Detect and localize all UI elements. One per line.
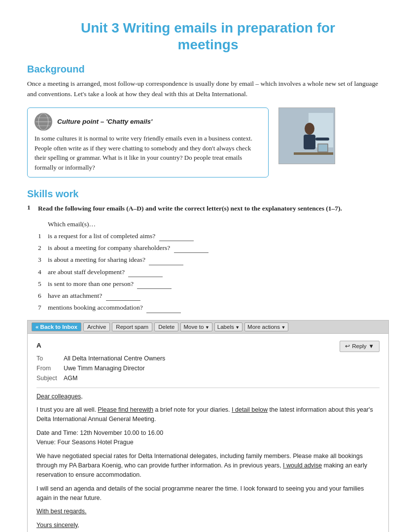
reply-button[interactable]: ↩ Reply ▼: [340, 341, 380, 353]
question-7: 7 mentions booking accommodation?: [38, 303, 389, 313]
culture-icon: [35, 113, 52, 131]
task1-outer: 1 Read the following four emails (A–D) a…: [27, 204, 389, 218]
email-closing2: Yours sincerely,: [36, 521, 380, 530]
task1-number: 1: [27, 204, 38, 212]
svg-point-7: [305, 123, 314, 135]
email-closing1: With best regards.: [36, 507, 380, 516]
unit-title: Unit 3 Writing emails in preparation for…: [27, 20, 389, 53]
answer-line-5: [137, 288, 172, 289]
culture-text: In some cultures it is normal to write v…: [35, 135, 252, 171]
reply-dropdown-icon: ▼: [369, 342, 374, 351]
email-divider: [36, 388, 380, 388]
person-photo: [278, 107, 335, 164]
background-text: Once a meeting is arranged, most follow-…: [27, 79, 389, 100]
archive-button[interactable]: Archive: [83, 322, 110, 331]
question-4: 4 are about staff development?: [38, 267, 389, 277]
email-greeting: Dear colleagues,: [36, 393, 83, 400]
question-1: 1 is a request for a list of completed a…: [38, 231, 389, 241]
reply-arrow-icon: ↩: [345, 342, 350, 351]
email-letter: A: [36, 341, 380, 351]
unit-title-line1: Unit 3 Writing emails in preparation for: [81, 20, 335, 35]
email-to-row: To All Delta International Centre Owners: [36, 354, 380, 363]
question-5: 5 is sent to more than one person?: [38, 279, 389, 289]
skills-heading: Skills work: [27, 188, 389, 200]
email-container: « Back to Inbox Archive Report spam Dele…: [27, 320, 389, 532]
background-heading: Background: [27, 64, 389, 75]
which-label: Which email(s)…: [38, 219, 389, 229]
question-2: 2 is about a meeting for company shareho…: [38, 243, 389, 253]
back-to-inbox-button[interactable]: « Back to Inbox: [32, 322, 81, 331]
culture-box-wrapper: Culture point – 'Chatty emails' In some …: [27, 107, 389, 177]
answer-line-3: [149, 265, 183, 265]
answer-line-7: [146, 313, 181, 313]
answer-line-1: [159, 241, 194, 241]
question-6: 6 have an attachment?: [38, 291, 389, 301]
delete-button[interactable]: Delete: [154, 322, 178, 331]
unit-title-line2: meetings: [178, 37, 239, 52]
email-body: ↩ Reply ▼ A To All Delta International C…: [28, 334, 388, 532]
culture-box-header: Culture point – 'Chatty emails': [35, 113, 261, 131]
labels-button[interactable]: Labels: [214, 322, 243, 331]
svg-rect-9: [315, 138, 329, 141]
answer-line-6: [106, 300, 140, 301]
question-list: Which email(s)… 1 is a request for a lis…: [38, 219, 389, 313]
move-to-button[interactable]: Move to: [180, 322, 212, 331]
answer-line-4: [128, 277, 163, 277]
email-para2: Date and Time: 12th November 10.00 to 16…: [36, 428, 380, 448]
email-para1: I trust you are all well. Please find he…: [36, 405, 380, 425]
email-subject-row: Subject AGM: [36, 374, 380, 383]
culture-box: Culture point – 'Chatty emails' In some …: [27, 107, 269, 177]
more-actions-button[interactable]: More actions: [244, 322, 288, 331]
svg-rect-10: [294, 152, 333, 155]
task1-instruction: Read the following four emails (A–D) and…: [38, 204, 342, 213]
answer-line-2: [174, 252, 208, 253]
report-spam-button[interactable]: Report spam: [112, 322, 152, 331]
email-from-row: From Uwe Timm Managing Director: [36, 364, 380, 373]
page: Unit 3 Writing emails in preparation for…: [0, 0, 416, 532]
culture-title: Culture point – 'Chatty emails': [57, 117, 152, 127]
svg-rect-8: [304, 135, 315, 149]
email-toolbar: « Back to Inbox Archive Report spam Dele…: [28, 320, 388, 334]
email-para4: I will send an agenda and details of the…: [36, 484, 380, 503]
skills-section: Skills work 1 Read the following four em…: [27, 188, 389, 313]
svg-rect-12: [318, 144, 327, 151]
question-3: 3 is about a meeting for sharing ideas?: [38, 255, 389, 265]
email-greeting-para: Dear colleagues,: [36, 392, 380, 401]
email-para3: We have negotiated special rates for Del…: [36, 452, 380, 480]
